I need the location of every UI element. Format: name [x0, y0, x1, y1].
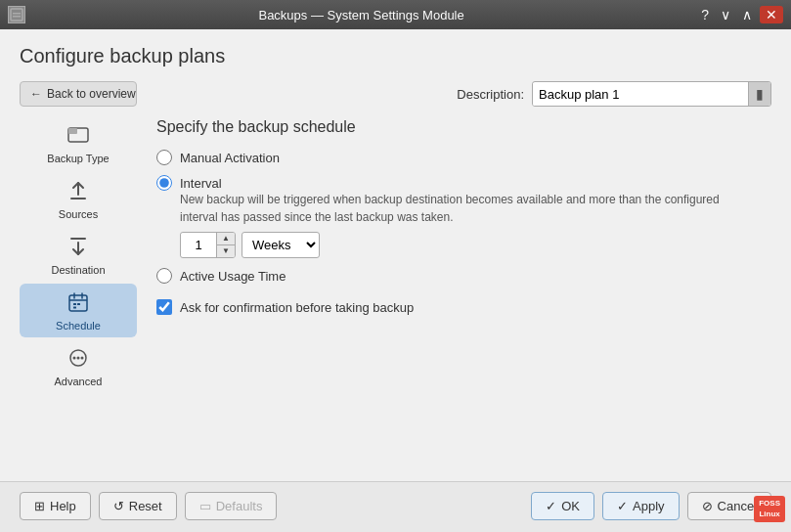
- apply-icon: ✓: [617, 499, 628, 513]
- svg-rect-4: [68, 128, 77, 134]
- main-layout: ← Back to overview Backup Type: [20, 81, 771, 481]
- app-icon: [8, 6, 25, 23]
- spinner-up-button[interactable]: ▲: [217, 233, 235, 245]
- reset-label: Reset: [129, 499, 162, 513]
- manual-activation-label[interactable]: Manual Activation: [180, 151, 280, 165]
- interval-description: New backup will be triggered when backup…: [180, 191, 727, 226]
- close-btn[interactable]: ✕: [760, 6, 783, 23]
- window-controls: ? ∨ ∧ ✕: [697, 6, 783, 23]
- interval-row: Interval: [156, 175, 771, 191]
- help-label: Help: [50, 499, 76, 513]
- active-usage-label[interactable]: Active Usage Time: [180, 269, 286, 284]
- destination-icon: [67, 236, 89, 260]
- sidebar-item-backup-type[interactable]: Backup Type: [20, 116, 137, 170]
- cancel-label: Cancel: [718, 499, 757, 513]
- defaults-icon: ▭: [199, 499, 211, 513]
- content-area: Configure backup plans ← Back to overvie…: [0, 29, 791, 481]
- svg-point-16: [77, 357, 80, 360]
- back-btn-label: Back to overview: [47, 87, 136, 101]
- schedule-options: Manual Activation Interval New backup wi…: [156, 150, 771, 315]
- cancel-icon: ⊘: [702, 499, 713, 513]
- footer-right: ✓ OK ✓ Apply ⊘ Cancel: [531, 492, 771, 520]
- spinner-buttons: ▲ ▼: [216, 233, 235, 257]
- interval-unit-select[interactable]: Minutes Hours Days Weeks Months: [242, 232, 320, 258]
- reset-button[interactable]: ↺ Reset: [99, 492, 177, 520]
- defaults-button[interactable]: ▭ Defaults: [185, 492, 278, 520]
- confirmation-label[interactable]: Ask for confirmation before taking backu…: [180, 300, 414, 315]
- svg-rect-0: [11, 9, 22, 21]
- interval-radio[interactable]: [156, 175, 172, 191]
- titlebar: Backups — System Settings Module ? ∨ ∧ ✕: [0, 0, 791, 29]
- interval-spinner: ▲ ▼: [180, 232, 236, 258]
- sidebar-item-sources[interactable]: Sources: [20, 172, 137, 226]
- sidebar-item-advanced-label: Advanced: [55, 376, 103, 387]
- defaults-label: Defaults: [216, 499, 263, 513]
- sidebar-item-backup-type-label: Backup Type: [47, 153, 109, 164]
- main-panel: Description: ▮ Specify the backup schedu…: [137, 81, 771, 481]
- help-button[interactable]: ⊞ Help: [20, 492, 91, 520]
- svg-point-17: [81, 357, 84, 360]
- help-window-btn[interactable]: ?: [697, 8, 713, 22]
- svg-rect-1: [13, 13, 21, 15]
- sidebar-item-schedule-label: Schedule: [56, 320, 101, 332]
- footer: ⊞ Help ↺ Reset ▭ Defaults ✓ OK ✓ Apply ⊘: [0, 481, 791, 532]
- window-title: Backups — System Settings Module: [25, 8, 697, 22]
- svg-rect-2: [13, 16, 21, 18]
- apply-label: Apply: [633, 499, 665, 513]
- sidebar-item-schedule[interactable]: Schedule: [20, 284, 137, 337]
- manual-activation-radio[interactable]: [156, 150, 172, 165]
- spinner-down-button[interactable]: ▼: [217, 245, 235, 257]
- interval-label[interactable]: Interval: [180, 176, 222, 191]
- active-usage-row: Active Usage Time: [156, 268, 771, 284]
- interval-controls: ▲ ▼ Minutes Hours Days Weeks Months: [180, 232, 771, 258]
- sidebar-item-destination[interactable]: Destination: [20, 228, 137, 282]
- interval-section: Interval New backup will be triggered wh…: [156, 175, 771, 258]
- sources-icon: [67, 180, 89, 204]
- sidebar-item-advanced[interactable]: Advanced: [20, 339, 137, 393]
- svg-rect-11: [73, 303, 76, 305]
- sidebar-item-sources-label: Sources: [59, 208, 98, 220]
- sidebar-item-destination-label: Destination: [51, 264, 105, 276]
- advanced-icon: [67, 347, 89, 372]
- description-input[interactable]: [533, 83, 748, 106]
- foss-badge: FOSS Linux: [754, 496, 785, 522]
- ok-label: OK: [561, 499, 580, 513]
- back-to-overview-button[interactable]: ← Back to overview: [20, 81, 137, 107]
- interval-value-input[interactable]: [181, 234, 216, 256]
- manual-activation-row: Manual Activation: [156, 150, 771, 165]
- description-input-wrapper: ▮: [532, 81, 771, 107]
- description-label: Description:: [457, 87, 524, 102]
- help-icon: ⊞: [34, 499, 45, 513]
- sidebar-nav: Backup Type Sources: [20, 116, 137, 393]
- description-clear-button[interactable]: ▮: [748, 82, 770, 106]
- svg-point-15: [73, 357, 76, 360]
- minimize-btn[interactable]: ∨: [717, 8, 734, 22]
- description-row: Description: ▮: [156, 81, 771, 107]
- back-arrow-icon: ←: [30, 87, 42, 101]
- section-title: Specify the backup schedule: [156, 118, 771, 136]
- maximize-btn[interactable]: ∧: [738, 8, 756, 22]
- confirmation-row: Ask for confirmation before taking backu…: [156, 299, 771, 315]
- apply-button[interactable]: ✓ Apply: [602, 492, 680, 520]
- footer-left: ⊞ Help ↺ Reset ▭ Defaults: [20, 492, 277, 520]
- sidebar: ← Back to overview Backup Type: [20, 81, 137, 481]
- reset-icon: ↺: [113, 499, 124, 513]
- ok-icon: ✓: [546, 499, 556, 513]
- svg-rect-13: [73, 307, 76, 309]
- page-title: Configure backup plans: [20, 45, 771, 67]
- schedule-icon: [67, 291, 89, 316]
- confirmation-checkbox[interactable]: [156, 299, 172, 315]
- backup-type-icon: [66, 124, 90, 149]
- ok-button[interactable]: ✓ OK: [531, 492, 594, 520]
- svg-rect-12: [77, 303, 80, 305]
- active-usage-radio[interactable]: [156, 268, 172, 284]
